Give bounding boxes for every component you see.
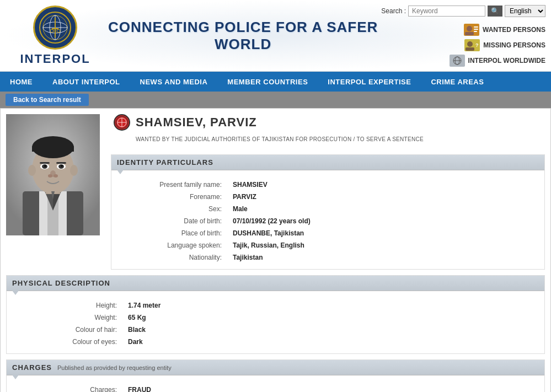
search-bar: Search : 🔍 English French Spanish (381, 5, 545, 17)
field-label: Height: (12, 299, 122, 312)
table-row: Date of birth: 07/10/1992 (22 years old) (117, 215, 539, 227)
field-label: Forename: (117, 191, 227, 203)
back-bar: Back to Search result (0, 92, 551, 108)
field-value: SHAMSIEV (227, 179, 539, 191)
physical-section: PHYSICAL DESCRIPTION Height: 1.74 meter … (6, 275, 545, 354)
missing-persons-label: MISSING PERSONS (483, 41, 545, 49)
language-select[interactable]: English French Spanish (505, 5, 545, 17)
identity-section-header: IDENTITY PARTICULARS (111, 155, 544, 170)
wanted-persons-icon (464, 24, 479, 36)
charges-section-header: CHARGES Published as provided by request… (7, 360, 544, 375)
profile-area: SHAMSIEV, PARVIZ WANTED BY THE JUDICIAL … (1, 109, 550, 275)
nav-member-countries[interactable]: MEMBER COUNTRIES (217, 72, 318, 92)
field-value: Tajik, Russian, English (227, 239, 539, 251)
field-value: Male (227, 203, 539, 215)
photo-area (1, 109, 105, 275)
table-row: Colour of hair: Black (12, 324, 539, 336)
svg-rect-34 (32, 146, 74, 152)
field-value: 65 Kg (122, 312, 539, 324)
interpol-badge-icon (114, 114, 130, 131)
missing-persons-icon: ? (464, 39, 480, 51)
table-row: Sex: Male (117, 203, 539, 215)
interpol-logo-icon (33, 6, 77, 50)
field-value: Dark (122, 336, 539, 348)
svg-text:?: ? (475, 42, 479, 48)
right-content: SHAMSIEV, PARVIZ WANTED BY THE JUDICIAL … (105, 109, 550, 275)
svg-rect-42 (56, 162, 66, 164)
field-value: DUSHANBE, Tajikistan (227, 227, 539, 239)
field-value: 1.74 meter (122, 299, 539, 312)
field-label: Colour of eyes: (12, 336, 122, 348)
logo-area: INTERPOL (6, 6, 105, 66)
svg-point-40 (61, 165, 63, 167)
identity-section: IDENTITY PARTICULARS Present family name… (111, 154, 545, 270)
wanted-by-text: WANTED BY THE JUDICIAL AUTHORITIES OF TA… (105, 136, 550, 148)
search-label: Search : (381, 7, 406, 15)
svg-point-46 (28, 165, 36, 176)
header-right: Search : 🔍 English French Spanish (381, 5, 545, 67)
missing-persons-link[interactable]: ? MISSING PERSONS (464, 39, 545, 51)
charges-title: CHARGES (12, 363, 52, 372)
field-label: Present family name: (117, 179, 227, 191)
table-row: Present family name: SHAMSIEV (117, 179, 539, 191)
interpol-worldwide-label: INTERPOL WORLDWIDE (468, 57, 545, 65)
identity-content: Present family name: SHAMSIEV Forename: … (111, 170, 544, 269)
back-button[interactable]: Back to Search result (6, 94, 89, 106)
field-label: Colour of hair: (12, 324, 122, 336)
field-label: Charges: (12, 384, 122, 392)
wanted-persons-label: WANTED PERSONS (483, 26, 545, 34)
svg-point-45 (54, 174, 58, 178)
header: INTERPOL CONNECTING POLICE FOR A SAFER W… (0, 0, 551, 72)
table-row: Place of birth: DUSHANBE, Tajikistan (117, 227, 539, 239)
main-content: SHAMSIEV, PARVIZ WANTED BY THE JUDICIAL … (0, 108, 551, 392)
svg-rect-18 (466, 47, 474, 51)
svg-rect-15 (474, 31, 477, 32)
field-value: Black (122, 324, 539, 336)
search-button[interactable]: 🔍 (488, 6, 502, 17)
svg-rect-14 (474, 29, 478, 30)
svg-point-17 (467, 41, 473, 47)
physical-section-header: PHYSICAL DESCRIPTION (7, 276, 544, 291)
svg-point-44 (48, 174, 52, 178)
field-label: Date of birth: (117, 215, 227, 227)
charges-subtitle: Published as provided by requesting enti… (57, 364, 172, 371)
person-name: SHAMSIEV, PARVIZ (136, 115, 257, 130)
table-row: Forename: PARVIZ (117, 191, 539, 203)
table-row: Colour of eyes: Dark (12, 336, 539, 348)
svg-rect-12 (465, 32, 474, 35)
interpol-worldwide-link[interactable]: INTERPOL WORLDWIDE (450, 55, 545, 67)
table-row: Weight: 65 Kg (12, 312, 539, 324)
nav-about[interactable]: ABOUT INTERPOL (42, 72, 130, 92)
tagline: CONNECTING POLICE FOR A SAFER WORLD (105, 19, 381, 53)
field-label: Sex: (117, 203, 227, 215)
field-value: PARVIZ (227, 191, 539, 203)
table-row: Language spoken: Tajik, Russian, English (117, 239, 539, 251)
nav-news[interactable]: NEWS AND MEDIA (130, 72, 218, 92)
search-input[interactable] (408, 6, 485, 17)
svg-point-39 (44, 165, 46, 167)
field-value: 07/10/1992 (22 years old) (227, 215, 539, 227)
wanted-persons-link[interactable]: WANTED PERSONS (464, 24, 545, 36)
table-row: Nationality: Tajikistan (117, 251, 539, 264)
field-label: Weight: (12, 312, 122, 324)
table-row: Charges: FRAUD (12, 384, 539, 392)
logo-text: INTERPOL (20, 52, 90, 66)
svg-rect-13 (474, 26, 478, 28)
svg-rect-41 (40, 162, 50, 164)
nav-crime-areas[interactable]: CRIME AREAS (421, 72, 494, 92)
interpol-worldwide-icon (450, 55, 465, 67)
table-row: Height: 1.74 meter (12, 299, 539, 312)
physical-table: Height: 1.74 meter Weight: 65 Kg Colour … (12, 299, 539, 348)
photo-container (1, 109, 105, 241)
field-value: Tajikistan (227, 251, 539, 264)
charges-section: CHARGES Published as provided by request… (6, 359, 545, 392)
nav-interpol-expertise[interactable]: INTERPOL EXPERTISE (318, 72, 421, 92)
person-photo (6, 114, 100, 235)
field-label: Place of birth: (117, 227, 227, 239)
field-value: FRAUD (122, 384, 539, 392)
svg-point-47 (70, 165, 78, 176)
svg-point-11 (467, 26, 472, 31)
field-label: Nationality: (117, 251, 227, 264)
nav-home[interactable]: HOME (0, 72, 42, 92)
identity-table: Present family name: SHAMSIEV Forename: … (117, 179, 539, 264)
